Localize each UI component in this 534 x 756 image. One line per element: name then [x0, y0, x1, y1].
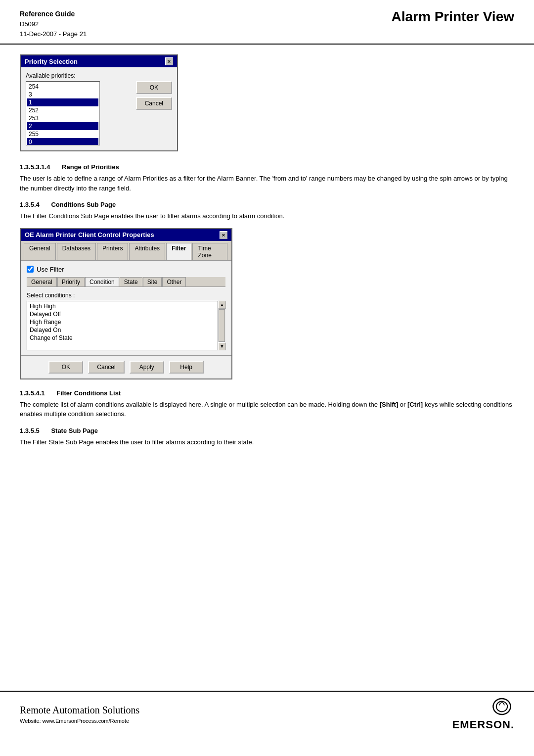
oe-main-tab[interactable]: Filter [166, 243, 191, 260]
scroll-up-button[interactable]: ▲ [218, 301, 226, 309]
oe-sub-tab[interactable]: State [120, 277, 142, 286]
emerson-icon [490, 697, 514, 716]
priority-cancel-button[interactable]: Cancel [136, 97, 172, 110]
section-1355-heading: 1.3.5.5 State Sub Page [20, 427, 514, 434]
section-1354-number: 1.3.5.3.1.4 [20, 163, 50, 171]
main-content: Priority Selection × Available prioritie… [0, 45, 534, 464]
oe-sub-tab[interactable]: General [27, 277, 57, 286]
header-left: Reference Guide D5092 11-Dec-2007 - Page… [20, 9, 87, 39]
priority-dialog-body: Available priorities: 2543125225322550 O… [21, 67, 177, 150]
section-13541-title: Filter Conditions List [56, 389, 121, 397]
condition-list-item[interactable]: High Range [28, 318, 216, 326]
priority-selection-dialog: Priority Selection × Available prioritie… [20, 54, 178, 151]
oe-main-tab[interactable]: General [24, 243, 56, 260]
section-13541-text2: or [398, 401, 407, 408]
section-1355-number: 1.3.5.5 [20, 427, 40, 434]
emerson-logo: EMERSON. [452, 697, 514, 731]
select-conditions-label: Select conditions : [27, 292, 225, 299]
priority-ok-button[interactable]: OK [136, 81, 172, 94]
condition-list-item[interactable]: Change of State [28, 334, 216, 342]
condition-list-item[interactable]: Delayed On [28, 326, 216, 334]
page-footer: Remote Automation Solutions Website: www… [0, 691, 534, 736]
priority-list-item[interactable]: 252 [27, 106, 98, 114]
priority-dialog-title-bar: Priority Selection × [21, 55, 177, 67]
section-135-text: The Filter Conditions Sub Page enables t… [20, 211, 514, 221]
priority-dialog-left: Available priorities: 2543125225322550 [26, 72, 131, 145]
section-13541-number: 1.3.5.4.1 [20, 389, 45, 397]
doc-date: 11-Dec-2007 - Page 21 [20, 29, 87, 39]
section-1354-heading: 1.3.5.3.1.4 Range of Priorities [20, 163, 514, 171]
emerson-text: EMERSON. [452, 718, 514, 731]
oe-apply-button[interactable]: Apply [130, 361, 164, 374]
website-label: Website: [20, 718, 41, 724]
oe-sub-tabs: GeneralPriorityConditionStateSiteOther [27, 277, 225, 287]
oe-dialog-title: OE Alarm Printer Client Control Properti… [25, 231, 154, 238]
oe-dialog-close-button[interactable]: × [220, 231, 227, 239]
oe-sub-tab[interactable]: Other [162, 277, 186, 286]
use-filter-row: Use Filter [27, 266, 225, 273]
section-13541-text: The complete list of alarm conditions av… [20, 400, 514, 419]
priority-dialog-title: Priority Selection [25, 58, 78, 65]
conditions-list[interactable]: High HighDelayed OffHigh RangeDelayed On… [27, 301, 225, 350]
oe-sub-tab[interactable]: Site [143, 277, 162, 286]
priority-list-item[interactable]: 2 [27, 122, 98, 130]
section-1355-title: State Sub Page [51, 427, 98, 434]
section-1355-text: The Filter State Sub Page enables the us… [20, 437, 514, 447]
conditions-wrapper: High HighDelayed OffHigh RangeDelayed On… [27, 301, 225, 350]
section-1354-title: Range of Priorities [62, 163, 119, 171]
oe-dialog-footer: OK Cancel Apply Help [21, 355, 231, 378]
oe-main-tabs: GeneralDatabasesPrintersAttributesFilter… [21, 241, 231, 261]
oe-sub-tab[interactable]: Priority [57, 277, 85, 286]
condition-list-item[interactable]: Delayed Off [28, 310, 216, 318]
footer-website: Website: www.EmersonProcess.com/Remote [20, 718, 139, 724]
scrollbar-track: ▲ ▼ [218, 301, 225, 350]
priority-dialog-close-button[interactable]: × [165, 57, 173, 65]
available-priorities-label: Available priorities: [26, 72, 131, 79]
section-13541-heading: 1.3.5.4.1 Filter Conditions List [20, 389, 514, 397]
page-header: Reference Guide D5092 11-Dec-2007 - Page… [0, 0, 534, 45]
website-url: www.EmersonProcess.com/Remote [43, 718, 129, 724]
oe-sub-tab[interactable]: Condition [85, 277, 119, 286]
oe-main-tab[interactable]: Databases [57, 243, 96, 260]
footer-left: Remote Automation Solutions Website: www… [20, 705, 139, 724]
oe-main-tab[interactable]: Printers [97, 243, 128, 260]
section-13541-bold2: [Ctrl] [407, 401, 423, 408]
oe-dialog-content: Use Filter GeneralPriorityConditionState… [21, 261, 231, 355]
scroll-thumb[interactable] [219, 309, 225, 342]
priority-list-item[interactable]: 1 [27, 98, 98, 106]
use-filter-checkbox[interactable] [27, 266, 34, 273]
oe-dialog-title-bar: OE Alarm Printer Client Control Properti… [21, 229, 231, 241]
doc-type: Reference Guide [20, 9, 87, 19]
scroll-down-button[interactable]: ▼ [218, 342, 226, 350]
priority-list-item[interactable]: 255 [27, 130, 98, 138]
section-135-heading: 1.3.5.4 Conditions Sub Page [20, 201, 514, 208]
section-1354-text: The user is able to define a range of Al… [20, 174, 514, 193]
oe-main-tab[interactable]: Time Zone [192, 243, 227, 260]
oe-alarm-dialog: OE Alarm Printer Client Control Properti… [20, 228, 232, 379]
priority-dialog-right: OK Cancel [136, 72, 172, 145]
brand-name: Remote Automation Solutions [20, 705, 139, 716]
section-13541-text1: The complete list of alarm conditions av… [20, 401, 380, 408]
oe-cancel-button[interactable]: Cancel [88, 361, 124, 374]
oe-main-tab[interactable]: Attributes [129, 243, 165, 260]
doc-number: D5092 [20, 19, 87, 29]
use-filter-label: Use Filter [37, 266, 64, 273]
priority-list[interactable]: 2543125225322550 [26, 81, 100, 145]
page-title: Alarm Printer View [392, 9, 514, 25]
priority-list-item[interactable]: 253 [27, 114, 98, 122]
priority-list-item[interactable]: 0 [27, 138, 98, 145]
priority-list-item[interactable]: 3 [27, 91, 98, 98]
oe-help-button[interactable]: Help [169, 361, 204, 374]
priority-list-item[interactable]: 254 [27, 83, 98, 91]
section-135-title: Conditions Sub Page [51, 201, 116, 208]
section-13541-bold1: [Shift] [380, 401, 399, 408]
oe-ok-button[interactable]: OK [48, 361, 83, 374]
condition-list-item[interactable]: High High [28, 302, 216, 310]
section-135-number: 1.3.5.4 [20, 201, 40, 208]
